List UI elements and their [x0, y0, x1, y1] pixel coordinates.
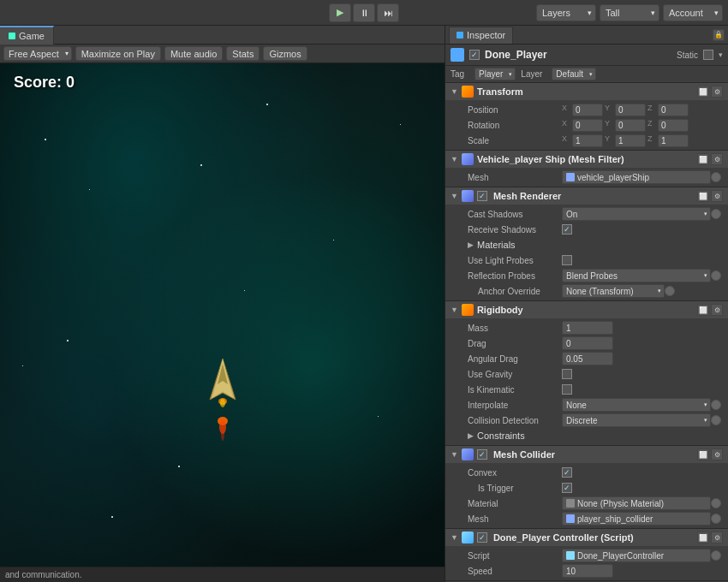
cast-shadows-select-dot[interactable] [711, 209, 721, 219]
stats-btn[interactable]: Stats [226, 46, 260, 61]
script-enabled-checkbox[interactable] [477, 532, 487, 543]
receive-shadows-checkbox[interactable] [562, 224, 572, 235]
use-light-probes-checkbox[interactable] [562, 255, 572, 265]
mesh-filter-copy-btn[interactable]: ⬜ [697, 153, 709, 165]
transform-buttons: ⬜ ⚙ [697, 86, 723, 98]
mesh-filter-mesh-field[interactable]: vehicle_playerShip [562, 170, 711, 184]
gizmos-btn[interactable]: Gizmos [263, 46, 307, 61]
script-collapse-arrow: ▼ [451, 533, 458, 542]
rigidbody-menu-btn[interactable]: ⚙ [711, 304, 723, 316]
mesh-collider-copy-btn[interactable]: ⬜ [697, 448, 709, 460]
object-active-checkbox[interactable] [469, 50, 480, 60]
game-tab[interactable]: Game [0, 26, 54, 45]
mesh-collider-header[interactable]: ▼ Mesh Collider ⬜ ⚙ [445, 446, 728, 463]
rotation-x[interactable]: 0 [572, 119, 603, 132]
script-ref-field[interactable]: Done_PlayerController [562, 549, 711, 562]
use-gravity-checkbox[interactable] [562, 369, 572, 379]
tag-dropdown[interactable]: Player [474, 68, 516, 80]
star [200, 164, 202, 166]
rigidbody-buttons: ⬜ ⚙ [697, 304, 723, 316]
collider-material-row: Material None (Physic Material) [445, 496, 728, 511]
drag-label: Drag [468, 339, 562, 348]
status-bar: and communication. [0, 567, 445, 582]
position-x[interactable]: 0 [572, 104, 603, 116]
collider-mesh-icon [566, 514, 575, 523]
tab-lock-btn[interactable]: 🔒 [713, 29, 725, 41]
rigidbody-copy-btn[interactable]: ⬜ [697, 304, 709, 316]
game-viewport: Score: 0 [0, 63, 445, 567]
mass-field[interactable]: 1 [562, 321, 613, 335]
mute-audio-btn[interactable]: Mute audio [164, 46, 223, 61]
scale-z[interactable]: 1 [658, 134, 689, 147]
script-ref-select-dot[interactable] [711, 550, 721, 561]
script-copy-btn[interactable]: ⬜ [697, 532, 709, 543]
collider-material-field[interactable]: None (Physic Material) [562, 496, 711, 510]
rotation-z[interactable]: 0 [658, 119, 689, 132]
mesh-collider-menu-btn[interactable]: ⚙ [711, 448, 723, 460]
collider-mesh-select-dot[interactable] [711, 514, 721, 524]
layers-dropdown[interactable]: Layers [536, 4, 596, 21]
mesh-collider-enabled-checkbox[interactable] [477, 449, 487, 460]
mesh-renderer-menu-btn[interactable]: ⚙ [711, 190, 723, 202]
static-checkbox[interactable] [703, 50, 713, 60]
mesh-renderer-copy-btn[interactable]: ⬜ [697, 190, 709, 202]
static-arrow[interactable]: ▾ [719, 50, 723, 59]
interpolate-dropdown[interactable]: None [562, 398, 711, 412]
mesh-filter-select-dot[interactable] [711, 172, 721, 182]
reflection-probes-dropdown[interactable]: Blend Probes [562, 269, 711, 282]
rotation-y[interactable]: 0 [615, 119, 646, 132]
scale-y[interactable]: 1 [615, 134, 646, 147]
is-trigger-checkbox[interactable] [562, 483, 572, 493]
reflection-probes-select-dot[interactable] [711, 270, 721, 281]
mesh-filter-menu-btn[interactable]: ⚙ [711, 153, 723, 165]
account-dropdown[interactable]: Account [663, 4, 723, 21]
step-button[interactable]: ⏭ [377, 3, 399, 22]
drag-field[interactable]: 0 [562, 336, 613, 350]
inspector-header: Done_Player Static ▾ [445, 45, 728, 66]
position-z[interactable]: 0 [658, 104, 689, 116]
tall-dropdown[interactable]: Tall [600, 4, 659, 21]
transform-header[interactable]: ▼ Transform ⬜ ⚙ [445, 83, 728, 100]
collision-detection-select-dot[interactable] [711, 415, 721, 425]
scale-x[interactable]: 1 [572, 134, 603, 147]
inspector-content[interactable]: Done_Player Static ▾ Tag Player Layer De… [445, 45, 728, 582]
mesh-filter-header[interactable]: ▼ Vehicle_player Ship (Mesh Filter) ⬜ ⚙ [445, 151, 728, 168]
mesh-renderer-enabled-checkbox[interactable] [477, 191, 487, 201]
mesh-filter-mesh-row: Mesh vehicle_playerShip [445, 169, 728, 185]
maximize-on-play-btn[interactable]: Maximize on Play [75, 46, 161, 61]
position-y[interactable]: 0 [615, 104, 646, 116]
collision-detection-dropdown[interactable]: Discrete [562, 413, 711, 427]
rigidbody-header[interactable]: ▼ Rigidbody ⬜ ⚙ [445, 301, 728, 318]
cast-shadows-dropdown[interactable]: On [562, 207, 711, 221]
mesh-renderer-title: Mesh Renderer [493, 191, 694, 201]
play-button[interactable]: ▶ [329, 3, 351, 22]
materials-row[interactable]: ▶ Materials [445, 237, 728, 252]
interpolate-select-dot[interactable] [711, 400, 721, 410]
mesh-collider-body: Convex Is Trigger Material None (Physic … [445, 463, 728, 528]
anchor-override-dropdown[interactable]: None (Transform) [562, 284, 665, 298]
convex-checkbox[interactable] [562, 467, 572, 478]
layer-dropdown[interactable]: Default [552, 68, 596, 80]
mesh-renderer-header[interactable]: ▼ Mesh Renderer ⬜ ⚙ [445, 187, 728, 205]
constraints-label: Constraints [477, 431, 525, 441]
transform-menu-btn[interactable]: ⚙ [711, 86, 723, 98]
transform-copy-btn[interactable]: ⬜ [697, 86, 709, 98]
materials-fold-arrow: ▶ [468, 241, 474, 249]
script-header[interactable]: ▼ Done_Player Controller (Script) ⬜ ⚙ [445, 529, 728, 546]
aspect-dropdown[interactable]: Free Aspect [3, 46, 72, 61]
pause-button[interactable]: ⏸ [353, 3, 375, 22]
constraints-row[interactable]: ▶ Constraints [445, 428, 728, 443]
speed-row: Speed 10 [445, 563, 728, 579]
transform-title: Transform [477, 86, 694, 97]
collider-mesh-field[interactable]: player_ship_collider [562, 512, 711, 526]
inspector-tab[interactable]: Inspector [449, 27, 513, 44]
speed-field[interactable]: 10 [562, 564, 613, 578]
convex-row: Convex [445, 465, 728, 480]
collider-material-select-dot[interactable] [711, 498, 721, 508]
script-menu-btn[interactable]: ⚙ [711, 532, 723, 543]
speed-label: Speed [468, 567, 562, 576]
angular-drag-field[interactable]: 0.05 [562, 352, 613, 365]
inspector-tab-icon [456, 32, 463, 39]
anchor-override-select-dot[interactable] [665, 286, 675, 296]
is-kinematic-checkbox[interactable] [562, 384, 572, 395]
